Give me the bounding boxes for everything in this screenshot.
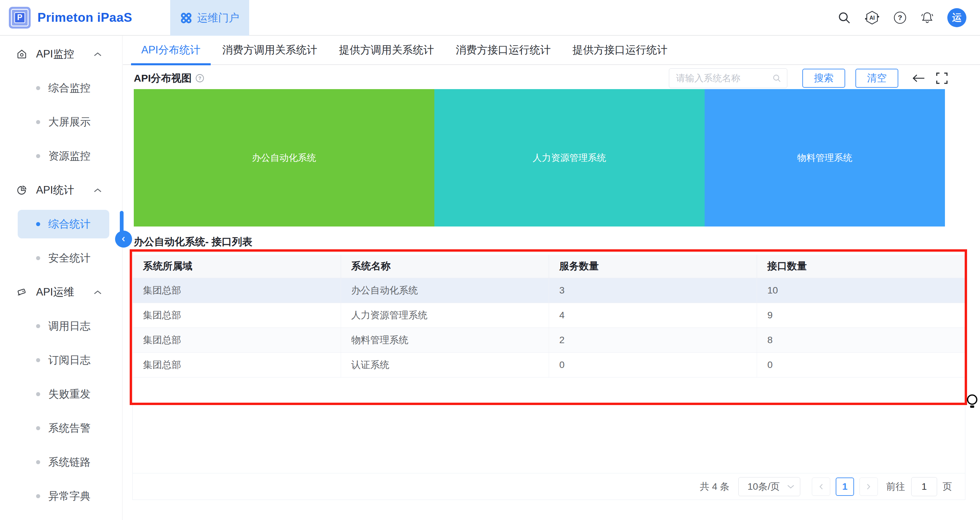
fullscreen-icon[interactable] — [935, 71, 949, 85]
sidebar-item-label: 系统告警 — [48, 421, 91, 435]
portal-tab-label: 运维门户 — [197, 11, 239, 25]
cell-interfaces: 10 — [757, 278, 965, 303]
statistics-tabbar: API分布统计 消费方调用关系统计 提供方调用关系统计 消费方接口运行统计 提供… — [123, 36, 980, 65]
page-number-button[interactable]: 1 — [836, 477, 854, 496]
sidebar-item-label: 综合统计 — [48, 217, 91, 231]
bullet-dot — [36, 426, 40, 430]
sidebar-item-exception-dictionary[interactable]: 异常字典 — [0, 479, 122, 513]
cell-interfaces: 8 — [757, 328, 965, 352]
table-header-row: 系统所属域 系统名称 服务数量 接口数量 — [133, 255, 965, 278]
clear-button[interactable]: 清空 — [856, 69, 898, 88]
input-search-icon — [772, 73, 781, 83]
cell-domain: 集团总部 — [133, 352, 341, 377]
sidebar-collapse-button[interactable] — [115, 231, 132, 247]
bullet-dot — [36, 358, 40, 362]
sidebar-item-resource-monitor[interactable]: 资源监控 — [0, 139, 122, 173]
goto-page-input[interactable] — [911, 477, 937, 496]
sidebar-group-label: API监控 — [36, 47, 74, 61]
sidebar-item-subscription-logs[interactable]: 订阅日志 — [0, 343, 122, 377]
bullet-dot — [36, 222, 40, 226]
logo: P Primeton iPaaS — [0, 7, 132, 29]
page-size-select[interactable]: 10条/页 — [738, 477, 800, 496]
bullet-dot — [36, 392, 40, 396]
svg-text:?: ? — [898, 14, 902, 21]
interface-list-panel: 系统所属域 系统名称 服务数量 接口数量 集团总部 办公自动化系统 3 10 集… — [132, 252, 966, 500]
cell-services: 4 — [549, 303, 757, 328]
treemap-label: 人力资源管理系统 — [533, 152, 606, 164]
col-system-name: 系统名称 — [341, 255, 549, 278]
table-row[interactable]: 集团总部 物料管理系统 2 8 — [133, 328, 965, 352]
tab-consumer-interface-runtime[interactable]: 消费方接口运行统计 — [456, 35, 551, 65]
table-row[interactable]: 集团总部 人力资源管理系统 4 9 — [133, 303, 965, 328]
tab-provider-interface-runtime[interactable]: 提供方接口运行统计 — [573, 35, 668, 65]
sidebar-item-failure-resend[interactable]: 失败重发 — [0, 377, 122, 411]
help-circle-icon[interactable]: ? — [195, 73, 205, 83]
view-toolbar: API分布视图 ? 搜索 清空 — [123, 66, 980, 91]
treemap-block-office-automation[interactable]: 办公自动化系统 — [134, 89, 434, 227]
sidebar-item-system-links[interactable]: 系统链路 — [0, 445, 122, 479]
brand-title: Primeton iPaaS — [37, 11, 132, 25]
chevron-up-icon[interactable] — [94, 290, 102, 295]
app-grid-icon — [180, 12, 192, 24]
sidebar-item-comprehensive-monitor[interactable]: 综合监控 — [0, 71, 122, 105]
ai-assistant-icon[interactable]: AI — [864, 9, 881, 26]
sidebar-group-api-statistics[interactable]: API统计 — [0, 173, 122, 207]
cell-interfaces: 0 — [757, 352, 965, 377]
sidebar-item-comprehensive-statistics[interactable]: 综合统计 — [0, 207, 122, 241]
cell-services: 3 — [549, 278, 757, 303]
app-header: P Primeton iPaaS 运维门户 AI ? — [0, 0, 980, 36]
tab-api-distribution[interactable]: API分布统计 — [141, 35, 200, 65]
search-icon[interactable] — [837, 11, 851, 25]
treemap-label: 物料管理系统 — [797, 152, 852, 164]
sidebar-item-label: 订阅日志 — [48, 353, 91, 367]
bullet-dot — [36, 154, 40, 158]
sidebar-item-system-alerts[interactable]: 系统告警 — [0, 411, 122, 445]
page-unit-label: 页 — [943, 480, 952, 493]
logo-p-glyph: P — [14, 12, 25, 23]
bullet-dot — [36, 120, 40, 124]
sidebar-group-api-operations[interactable]: API运维 — [0, 275, 122, 309]
search-button[interactable]: 搜索 — [802, 69, 845, 88]
portal-tab-ops[interactable]: 运维门户 — [170, 0, 249, 36]
tab-provider-call-relations[interactable]: 提供方调用关系统计 — [339, 35, 434, 65]
next-page-button[interactable] — [859, 477, 878, 496]
chevron-up-icon[interactable] — [94, 188, 102, 193]
sidebar-group-api-monitor[interactable]: API监控 — [0, 37, 122, 71]
home-monitor-icon — [16, 49, 27, 60]
treemap-block-hr-management[interactable]: 人力资源管理系统 — [434, 89, 705, 227]
sidebar-item-label: 调用日志 — [48, 319, 91, 333]
sidebar-item-label: 失败重发 — [48, 387, 91, 401]
interface-list-title: 办公自动化系统- 接口列表 — [134, 235, 252, 249]
bullet-dot — [36, 86, 40, 90]
col-interface-count: 接口数量 — [757, 255, 965, 278]
treemap-block-material-management[interactable]: 物料管理系统 — [705, 89, 945, 227]
sidebar-item-label: 异常字典 — [48, 489, 91, 503]
sidebar-item-big-screen[interactable]: 大屏展示 — [0, 105, 122, 139]
system-name-input[interactable] — [676, 73, 772, 84]
cell-services: 2 — [549, 328, 757, 352]
bullet-dot — [36, 324, 40, 328]
bullet-dot — [36, 256, 40, 260]
lightbulb-icon — [966, 393, 978, 414]
sidebar-nav: API监控 综合监控 大屏展示 资源监控 API统计 综合统计 安全统计 — [0, 36, 123, 520]
table-row[interactable]: 集团总部 办公自动化系统 3 10 — [133, 278, 965, 303]
sidebar-item-security-statistics[interactable]: 安全统计 — [0, 241, 122, 275]
svg-text:AI: AI — [869, 15, 875, 21]
help-icon[interactable]: ? — [893, 11, 907, 25]
pagination-bar: 共 4 条 10条/页 1 前往 页 — [133, 473, 965, 499]
prev-page-button[interactable] — [812, 477, 830, 496]
notification-bell-icon[interactable] — [920, 10, 935, 25]
chevron-up-icon[interactable] — [94, 52, 102, 57]
api-distribution-treemap: 办公自动化系统 人力资源管理系统 物料管理系统 — [134, 89, 945, 227]
header-actions: AI ? 运 — [837, 8, 980, 27]
user-avatar[interactable]: 运 — [947, 8, 966, 27]
cell-system: 人力资源管理系统 — [341, 303, 549, 328]
table-row[interactable]: 集团总部 认证系统 0 0 — [133, 352, 965, 377]
back-arrow-icon[interactable] — [911, 73, 926, 84]
tab-consumer-call-relations[interactable]: 消费方调用关系统计 — [222, 35, 317, 65]
cell-system: 办公自动化系统 — [341, 278, 549, 303]
sidebar-group-label: API统计 — [36, 183, 74, 197]
sidebar-item-call-logs[interactable]: 调用日志 — [0, 309, 122, 343]
goto-label: 前往 — [886, 480, 905, 493]
bullet-dot — [36, 494, 40, 498]
